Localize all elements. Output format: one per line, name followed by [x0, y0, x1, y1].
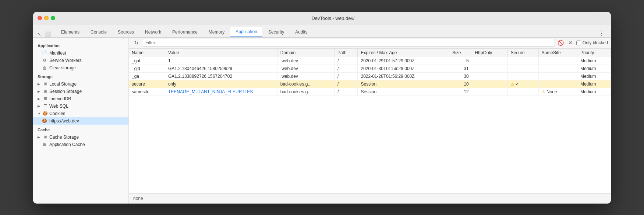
sidebar-item-web-sql[interactable]: ▶ ☰ Web SQL	[33, 103, 128, 110]
cell-priority: Medium	[577, 88, 611, 96]
cell-size: 30	[449, 72, 472, 80]
cell-samesite	[538, 65, 577, 72]
cell-size: 12	[449, 88, 472, 96]
tab-audits[interactable]: Audits	[290, 27, 312, 37]
refresh-button[interactable]: ↻	[132, 38, 141, 47]
cell-priority: Medium	[577, 72, 611, 80]
clear-storage-icon: 🗑	[42, 65, 47, 70]
tab-console[interactable]: Console	[85, 27, 112, 37]
sidebar-item-session-storage[interactable]: ▶ ⊞ Session Storage	[33, 88, 128, 95]
toolbar: ↻ 🚫 ✕ Only blocked	[129, 38, 611, 49]
filter-input[interactable]	[143, 39, 555, 47]
table-row[interactable]: _gaGA1.2.1338892726.1567204702.web.dev/2…	[129, 72, 611, 80]
cell-httponly	[472, 65, 507, 72]
cell-value: TEENAGE_MUTANT_NINJA_FLEURTLES	[165, 88, 277, 96]
sidebar-item-clear-storage[interactable]: 🗑 Clear storage	[33, 64, 128, 72]
table-row[interactable]: secureonlybad-cookies.g.../Session10⚠ ✓M…	[129, 80, 611, 88]
cell-httponly	[472, 88, 507, 96]
no-entry-icon[interactable]: 🚫	[557, 39, 565, 46]
tab-security[interactable]: Security	[263, 27, 289, 37]
cell-secure	[507, 57, 538, 65]
cell-name: secure	[129, 80, 165, 88]
sidebar-item-cookies-url[interactable]: 🍪 https://web.dev	[33, 117, 128, 125]
tab-application[interactable]: Application	[230, 27, 262, 37]
cell-value: 1	[165, 57, 277, 65]
table-row[interactable]: samesiteTEENAGE_MUTANT_NINJA_FLEURTLESba…	[129, 88, 611, 96]
col-httponly[interactable]: HttpOnly	[472, 49, 507, 57]
maximize-button[interactable]	[51, 16, 55, 20]
table-body: _gat1.web.dev/2020-01-29T01:57:29.000Z5M…	[129, 57, 611, 96]
cell-value: GA1.2.1804046426.1580259929	[165, 65, 277, 72]
cache-storage-label: Cache Storage	[49, 135, 79, 140]
application-cache-icon: ⊞	[42, 142, 47, 147]
cell-size: 31	[449, 65, 472, 72]
cell-value: only	[165, 80, 277, 88]
cell-priority: Medium	[577, 57, 611, 65]
application-cache-label: Application Cache	[49, 142, 85, 147]
bottom-bar: none	[129, 193, 611, 204]
close-button[interactable]	[38, 16, 42, 20]
tab-sources[interactable]: Sources	[113, 27, 139, 37]
local-storage-icon: ⊞	[43, 82, 48, 87]
sidebar-item-cookies[interactable]: ▼ 🍪 Cookies	[33, 110, 128, 117]
col-priority[interactable]: Priority	[577, 49, 611, 57]
cell-domain: .web.dev	[277, 72, 334, 80]
tab-network[interactable]: Network	[140, 27, 166, 37]
only-blocked-checkbox[interactable]	[576, 41, 581, 45]
chevron-right-icon: ▶	[38, 97, 41, 101]
application-section-label: Application	[33, 41, 128, 49]
cookies-table: Name Value Domain Path Expires / Max-Age…	[129, 49, 611, 96]
col-path[interactable]: Path	[334, 49, 358, 57]
cell-samesite	[538, 72, 577, 80]
tab-performance[interactable]: Performance	[167, 27, 203, 37]
col-samesite[interactable]: SameSite	[538, 49, 577, 57]
col-domain[interactable]: Domain	[277, 49, 334, 57]
table-row[interactable]: _gat1.web.dev/2020-01-29T01:57:29.000Z5M…	[129, 57, 611, 65]
bottom-text: none	[133, 196, 143, 201]
cursor-icon[interactable]: ↖	[36, 31, 42, 37]
device-icon[interactable]: ⬜	[45, 31, 51, 37]
service-workers-icon: ⚙	[42, 58, 47, 63]
sidebar-item-indexeddb[interactable]: ▶ ⊞ IndexedDB	[33, 95, 128, 103]
cell-secure	[507, 88, 538, 96]
table-row[interactable]: _gidGA1.2.1804046426.1580259929.web.dev/…	[129, 65, 611, 72]
window-title: DevTools - web.dev/	[60, 15, 606, 21]
session-storage-label: Session Storage	[49, 89, 82, 94]
col-expires[interactable]: Expires / Max-Age	[358, 49, 449, 57]
cell-secure: ⚠ ✓	[507, 80, 538, 88]
sidebar-item-local-storage[interactable]: ▶ ⊞ Local Storage	[33, 80, 128, 88]
sidebar-item-cache-storage[interactable]: ▶ ⊞ Cache Storage	[33, 133, 128, 141]
cell-httponly	[472, 80, 507, 88]
sidebar-item-manifest[interactable]: 📄 Manifest	[33, 49, 128, 57]
local-storage-label: Local Storage	[49, 82, 77, 87]
col-secure[interactable]: Secure	[507, 49, 538, 57]
cell-size: 5	[449, 57, 472, 65]
more-tabs-button[interactable]: ⋮	[595, 29, 608, 37]
col-value[interactable]: Value	[165, 49, 277, 57]
cell-httponly	[472, 57, 507, 65]
cell-name: _ga	[129, 72, 165, 80]
manifest-label: Manifest	[49, 51, 66, 56]
minimize-button[interactable]	[44, 16, 49, 20]
cookies-url-label: https://web.dev	[49, 118, 79, 124]
only-blocked-label: Only blocked	[583, 40, 608, 45]
cell-expires: Session	[358, 80, 449, 88]
cell-name: _gid	[129, 65, 165, 72]
close-filter-button[interactable]: ✕	[567, 39, 574, 46]
tab-memory[interactable]: Memory	[204, 27, 230, 37]
cell-name: samesite	[129, 88, 165, 96]
col-name[interactable]: Name	[129, 49, 165, 57]
cell-domain: .web.dev	[277, 57, 334, 65]
cell-priority: Medium	[577, 80, 611, 88]
chevron-right-icon: ▶	[38, 104, 41, 108]
tab-elements[interactable]: Elements	[56, 27, 85, 37]
cell-secure	[507, 72, 538, 80]
cache-section-label: Cache	[33, 125, 128, 133]
sidebar-item-application-cache[interactable]: ⊞ Application Cache	[33, 141, 128, 148]
sidebar-item-service-workers[interactable]: ⚙ Service Workers	[33, 57, 128, 64]
chevron-right-icon: ▶	[38, 90, 41, 93]
col-size[interactable]: Size	[449, 49, 472, 57]
indexeddb-icon: ⊞	[43, 96, 48, 101]
devtools-window: DevTools - web.dev/ ↖ ⬜ Elements Console…	[33, 12, 611, 204]
cell-httponly	[472, 72, 507, 80]
